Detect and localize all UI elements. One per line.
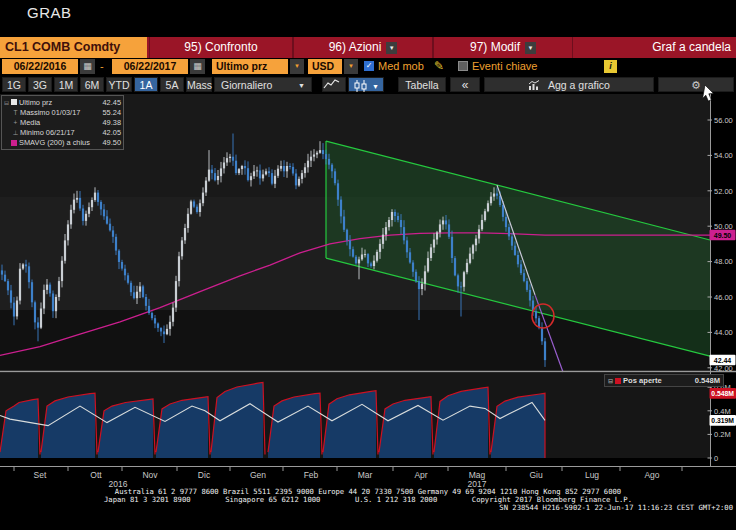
collapse-icon[interactable]: ⊟ bbox=[608, 377, 615, 384]
legend-row[interactable]: ⊟Ultimo prz42.45 bbox=[4, 97, 121, 107]
legend-row[interactable]: +Media49.38 bbox=[4, 117, 121, 127]
open-interest-label: Pos aperte bbox=[623, 376, 695, 385]
oi-axis-tick: 0.4M bbox=[714, 407, 731, 416]
month-axis-label: Mar bbox=[358, 470, 373, 480]
svg-text:42.44: 42.44 bbox=[714, 357, 732, 364]
legend-marker-icon: T bbox=[11, 109, 20, 116]
legend-label: SMAVG (200) a chius bbox=[19, 138, 103, 147]
month-axis-label: Feb bbox=[304, 470, 319, 480]
legend-value: 49.50 bbox=[103, 138, 122, 147]
month-axis-label: Apr bbox=[414, 470, 427, 480]
open-interest-swatch bbox=[615, 378, 621, 384]
month-axis-label: Nov bbox=[142, 470, 158, 480]
legend-label: Minimo 06/21/17 bbox=[20, 128, 103, 137]
price-axis-tick: 46.00 bbox=[714, 293, 733, 302]
month-axis-label: Lug bbox=[585, 470, 599, 480]
price-chart: 56.0054.0052.0050.0048.0046.0044.0042.00… bbox=[0, 0, 736, 530]
legend-row[interactable]: SMAVG (200) a chius49.50 bbox=[4, 138, 121, 148]
svg-text:0.319M: 0.319M bbox=[711, 417, 734, 424]
legend-swatch bbox=[11, 99, 17, 105]
svg-text:0.548M: 0.548M bbox=[711, 390, 734, 397]
price-axis-tick: 44.00 bbox=[714, 328, 733, 337]
oi-axis-tick: 0.2M bbox=[714, 430, 731, 439]
open-interest-legend[interactable]: ⊟ Pos aperte 0.548M bbox=[604, 374, 724, 387]
legend-value: 49.38 bbox=[103, 118, 122, 127]
legend-value: 55.24 bbox=[103, 108, 122, 117]
legend-swatch bbox=[11, 140, 17, 146]
terminal-window: GRAB CL1 COMB Comdty 95) Confronto96) Az… bbox=[0, 0, 736, 530]
legend-label: Media bbox=[20, 118, 103, 127]
legend-row[interactable]: ⊥Minimo 06/21/1742.05 bbox=[4, 128, 121, 138]
price-axis-tick: 52.00 bbox=[714, 187, 733, 196]
month-axis-label: Gen bbox=[250, 470, 266, 480]
collapse-icon[interactable]: ⊟ bbox=[4, 99, 11, 106]
terminal-footer: Australia 61 2 9777 8600 Brazil 5511 239… bbox=[0, 488, 736, 512]
price-axis-tick: 54.00 bbox=[714, 151, 733, 160]
month-axis-label: Dic bbox=[198, 470, 211, 480]
price-axis-tick: 50.00 bbox=[714, 222, 733, 231]
month-axis-label: Set bbox=[34, 470, 47, 480]
month-axis-label: Ott bbox=[90, 470, 102, 480]
month-axis-label: Giu bbox=[529, 470, 543, 480]
chart-legend[interactable]: ⊟Ultimo prz42.45TMassimo 01/03/1755.24+M… bbox=[1, 95, 124, 150]
legend-marker-icon: ⊥ bbox=[11, 129, 20, 137]
legend-label: Ultimo prz bbox=[19, 98, 103, 107]
oi-axis-tick: 0 bbox=[714, 454, 718, 463]
legend-label: Massimo 01/03/17 bbox=[20, 108, 103, 117]
legend-value: 42.45 bbox=[103, 98, 122, 107]
svg-text:49.50: 49.50 bbox=[714, 232, 732, 239]
open-interest-value: 0.548M bbox=[695, 376, 720, 385]
month-axis-label: Ago bbox=[644, 470, 659, 480]
price-axis-tick: 48.00 bbox=[714, 257, 733, 266]
footer-session-line: SN 238544 H216-5902-1 22-Jun-17 11:16:23… bbox=[0, 504, 736, 512]
legend-value: 42.05 bbox=[103, 128, 122, 137]
price-axis-tick: 56.00 bbox=[714, 116, 733, 125]
legend-row[interactable]: TMassimo 01/03/1755.24 bbox=[4, 107, 121, 117]
legend-marker-icon: + bbox=[11, 119, 20, 126]
